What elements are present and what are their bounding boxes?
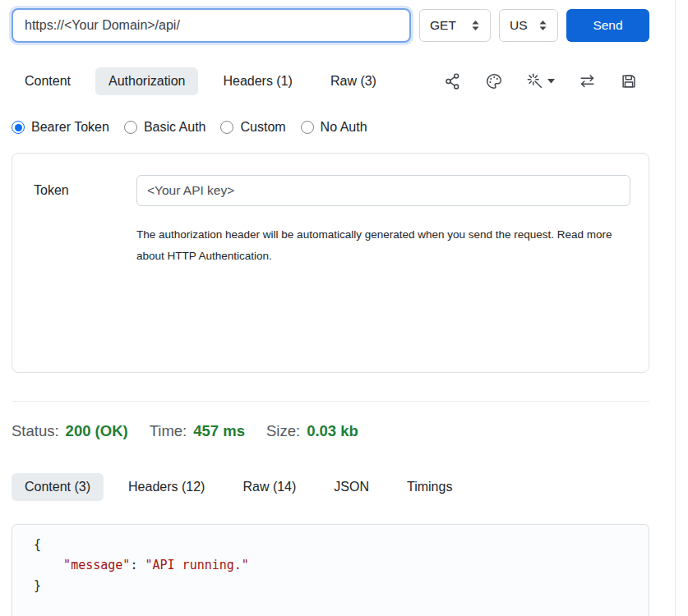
tab-response-headers[interactable]: Headers (12) [115,473,218,501]
radio-unselected-icon [124,121,137,134]
json-separator: : [130,558,145,572]
size-value: 0.03 kb [307,422,358,440]
tab-authorization[interactable]: Authorization [95,67,198,95]
tab-response-json[interactable]: JSON [321,473,382,501]
updown-arrows-icon [538,20,547,31]
updown-arrows-icon [471,20,480,31]
json-close-brace: } [34,576,632,596]
time-value: 457 ms [193,422,245,440]
send-button[interactable]: Send [566,9,649,42]
request-toolbar [444,72,649,90]
method-select[interactable]: GET [419,9,491,42]
json-message-line: "message": "API running." [34,555,632,576]
tab-headers[interactable]: Headers (1) [210,67,305,95]
radio-label: Custom [240,120,285,135]
tab-response-raw[interactable]: Raw (14) [229,473,309,501]
radio-custom[interactable]: Custom [220,120,285,135]
section-divider [12,401,649,402]
method-select-value: GET [430,18,456,33]
share-icon[interactable] [444,72,462,90]
response-body: { "message": "API running." } [12,524,649,616]
palette-icon[interactable] [485,72,503,90]
request-tabs: Content Authorization Headers (1) Raw (3… [12,67,649,95]
radio-no-auth[interactable]: No Auth [301,120,367,135]
auth-type-options: Bearer Token Basic Auth Custom No Auth [12,120,649,135]
radio-label: Basic Auth [144,120,206,135]
magic-wand-icon[interactable] [526,72,555,90]
status-label: Status: [12,422,59,440]
region-select[interactable]: US [499,9,558,42]
json-open-brace: { [34,535,632,555]
url-input[interactable] [12,8,411,43]
response-status-bar: Status: 200 (OK) Time: 457 ms Size: 0.03… [12,422,649,440]
auth-helper-text: The authorization header will be automat… [136,224,617,266]
tab-content[interactable]: Content [12,67,84,95]
radio-selected-icon [12,121,25,134]
json-key: "message" [63,558,130,572]
page-right-border [675,0,676,616]
swap-arrows-icon[interactable] [578,72,597,90]
token-label: Token [34,183,136,198]
radio-label: Bearer Token [31,120,109,135]
token-input[interactable] [136,175,630,206]
time-label: Time: [150,422,187,440]
tab-raw[interactable]: Raw (3) [317,67,390,95]
auth-panel: Token The authorization header will be a… [12,153,649,373]
size-label: Size: [266,422,300,440]
tab-response-content[interactable]: Content (3) [12,473,104,501]
status-value: 200 (OK) [66,422,128,440]
save-icon[interactable] [620,72,638,90]
tab-response-timings[interactable]: Timings [394,473,465,501]
response-tabs: Content (3) Headers (12) Raw (14) JSON T… [12,473,649,501]
radio-unselected-icon [220,121,233,134]
radio-basic-auth[interactable]: Basic Auth [124,120,206,135]
request-bar: GET US Send [12,8,649,43]
region-select-value: US [510,18,528,33]
radio-unselected-icon [301,121,314,134]
json-value: "API running." [145,558,248,572]
radio-bearer-token[interactable]: Bearer Token [12,120,109,135]
caret-down-icon [547,79,555,84]
radio-label: No Auth [321,120,367,135]
api-tool-page: GET US Send Content Authorization Header… [0,0,688,616]
